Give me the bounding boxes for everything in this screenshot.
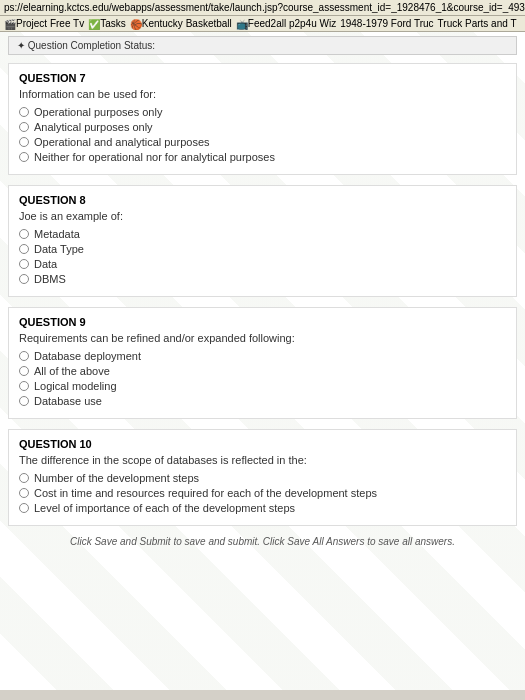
- q9-option-3-label: Logical modeling: [34, 380, 117, 392]
- q9-radio-4[interactable]: [19, 396, 29, 406]
- tab-icon-feed2all: 📺: [236, 19, 246, 29]
- url-text: ps://elearning.kctcs.edu/webapps/assessm…: [4, 2, 525, 13]
- question-10-title: QUESTION 10: [19, 438, 506, 450]
- question-7-title: QUESTION 7: [19, 72, 506, 84]
- q10-option-1[interactable]: Number of the development steps: [19, 472, 506, 484]
- q9-option-4[interactable]: Database use: [19, 395, 506, 407]
- tab-label-feed2all: Feed2all p2p4u Wiz: [248, 18, 336, 29]
- q9-radio-3[interactable]: [19, 381, 29, 391]
- question-7-options: Operational purposes only Analytical pur…: [19, 106, 506, 163]
- tab-feed2all[interactable]: 📺 Feed2all p2p4u Wiz: [236, 18, 336, 29]
- q9-radio-2[interactable]: [19, 366, 29, 376]
- question-9-title: QUESTION 9: [19, 316, 506, 328]
- page-content: ✦ Question Completion Status: QUESTION 7…: [0, 32, 525, 563]
- question-8-options: Metadata Data Type Data DBMS: [19, 228, 506, 285]
- q7-option-1[interactable]: Operational purposes only: [19, 106, 506, 118]
- question-completion-status: ✦ Question Completion Status:: [8, 36, 517, 55]
- tab-icon-kentucky: 🏀: [130, 19, 140, 29]
- q7-option-1-label: Operational purposes only: [34, 106, 162, 118]
- tab-icon-project-free-tv: 🎬: [4, 19, 14, 29]
- q8-option-2[interactable]: Data Type: [19, 243, 506, 255]
- q7-radio-1[interactable]: [19, 107, 29, 117]
- q7-radio-3[interactable]: [19, 137, 29, 147]
- tab-kentucky-basketball[interactable]: 🏀 Kentucky Basketball: [130, 18, 232, 29]
- q10-radio-1[interactable]: [19, 473, 29, 483]
- tab-label-truck-parts: Truck Parts and T: [438, 18, 517, 29]
- question-9-text: Requirements can be refined and/or expan…: [19, 332, 506, 344]
- tab-label-project-free-tv: Project Free Tv: [16, 18, 84, 29]
- q9-option-2-label: All of the above: [34, 365, 110, 377]
- q10-option-3-label: Level of importance of each of the devel…: [34, 502, 295, 514]
- question-9-options: Database deployment All of the above Log…: [19, 350, 506, 407]
- q7-radio-2[interactable]: [19, 122, 29, 132]
- q8-option-1[interactable]: Metadata: [19, 228, 506, 240]
- q8-radio-4[interactable]: [19, 274, 29, 284]
- q7-option-4-label: Neither for operational nor for analytic…: [34, 151, 275, 163]
- q9-option-1[interactable]: Database deployment: [19, 350, 506, 362]
- tab-ford-truck[interactable]: 1948-1979 Ford Truc: [340, 18, 433, 29]
- tab-tasks[interactable]: ✅ Tasks: [88, 18, 126, 29]
- question-7-block: QUESTION 7 Information can be used for: …: [8, 63, 517, 175]
- question-10-block: QUESTION 10 The difference in the scope …: [8, 429, 517, 526]
- content-area: ✦ Question Completion Status: QUESTION 7…: [0, 32, 525, 690]
- q10-option-1-label: Number of the development steps: [34, 472, 199, 484]
- question-10-options: Number of the development steps Cost in …: [19, 472, 506, 514]
- q10-option-2[interactable]: Cost in time and resources required for …: [19, 487, 506, 499]
- q9-option-1-label: Database deployment: [34, 350, 141, 362]
- q9-option-3[interactable]: Logical modeling: [19, 380, 506, 392]
- q7-option-3[interactable]: Operational and analytical purposes: [19, 136, 506, 148]
- q8-radio-3[interactable]: [19, 259, 29, 269]
- q10-option-2-label: Cost in time and resources required for …: [34, 487, 377, 499]
- tab-label-ford-truck: 1948-1979 Ford Truc: [340, 18, 433, 29]
- q10-radio-2[interactable]: [19, 488, 29, 498]
- q8-option-4[interactable]: DBMS: [19, 273, 506, 285]
- question-10-text: The difference in the scope of databases…: [19, 454, 506, 466]
- q7-radio-4[interactable]: [19, 152, 29, 162]
- q7-option-4[interactable]: Neither for operational nor for analytic…: [19, 151, 506, 163]
- q9-option-4-label: Database use: [34, 395, 102, 407]
- q9-radio-1[interactable]: [19, 351, 29, 361]
- tab-label-tasks: Tasks: [100, 18, 126, 29]
- q10-radio-3[interactable]: [19, 503, 29, 513]
- status-label: ✦ Question Completion Status:: [17, 40, 155, 51]
- q8-option-2-label: Data Type: [34, 243, 84, 255]
- q8-radio-1[interactable]: [19, 229, 29, 239]
- q8-option-3[interactable]: Data: [19, 258, 506, 270]
- question-7-text: Information can be used for:: [19, 88, 506, 100]
- tab-project-free-tv[interactable]: 🎬 Project Free Tv: [4, 18, 84, 29]
- q7-option-2-label: Analytical purposes only: [34, 121, 153, 133]
- question-8-block: QUESTION 8 Joe is an example of: Metadat…: [8, 185, 517, 297]
- tab-label-kentucky: Kentucky Basketball: [142, 18, 232, 29]
- q7-option-2[interactable]: Analytical purposes only: [19, 121, 506, 133]
- q8-radio-2[interactable]: [19, 244, 29, 254]
- q8-option-3-label: Data: [34, 258, 57, 270]
- q9-option-2[interactable]: All of the above: [19, 365, 506, 377]
- question-9-block: QUESTION 9 Requirements can be refined a…: [8, 307, 517, 419]
- question-8-title: QUESTION 8: [19, 194, 506, 206]
- browser-url-bar[interactable]: ps://elearning.kctcs.edu/webapps/assessm…: [0, 0, 525, 16]
- tab-truck-parts[interactable]: Truck Parts and T: [438, 18, 517, 29]
- q8-option-1-label: Metadata: [34, 228, 80, 240]
- q8-option-4-label: DBMS: [34, 273, 66, 285]
- tab-icon-tasks: ✅: [88, 19, 98, 29]
- tab-bar: 🎬 Project Free Tv ✅ Tasks 🏀 Kentucky Bas…: [0, 16, 525, 32]
- q10-option-3[interactable]: Level of importance of each of the devel…: [19, 502, 506, 514]
- question-8-text: Joe is an example of:: [19, 210, 506, 222]
- footer-text: Click Save and Submit to save and submit…: [8, 536, 517, 547]
- q7-option-3-label: Operational and analytical purposes: [34, 136, 210, 148]
